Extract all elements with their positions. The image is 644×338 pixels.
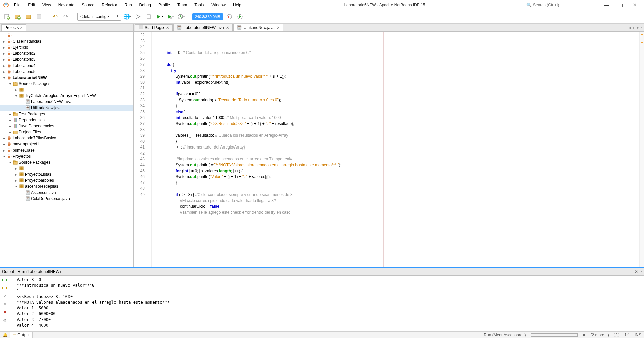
twisty-icon[interactable]: ▸ <box>8 118 12 122</box>
tree-item[interactable]: ☕UtilitarioNew.java <box>0 105 133 111</box>
close-button[interactable]: ✕ <box>631 2 639 8</box>
tree-item[interactable]: ☕ColaDePersonas.java <box>0 196 133 202</box>
editor-tab[interactable]: ☕Laboratorio6NEW.java✕ <box>173 24 233 31</box>
twisty-icon[interactable]: ▸ <box>8 124 12 128</box>
menu-profile[interactable]: Profile <box>155 1 173 9</box>
editor-tab[interactable]: Start Page✕ <box>135 24 173 31</box>
menu-team[interactable]: Team <box>174 1 190 9</box>
undo-button[interactable]: ↶ <box>51 12 59 21</box>
tree-item[interactable]: ▸Proyectoarboles <box>0 177 133 183</box>
close-icon[interactable]: ✕ <box>20 26 23 30</box>
twisty-icon[interactable]: ▾ <box>14 94 18 98</box>
tree-item[interactable]: ▸Dependencies <box>0 117 133 123</box>
tree-item[interactable]: ▾Source Packages <box>0 159 133 165</box>
save-all-button[interactable] <box>35 12 44 21</box>
open-project-button[interactable] <box>24 12 33 21</box>
tree-item[interactable]: ☕Ascensor.java <box>0 189 133 196</box>
tree-item[interactable]: ▸Laboratorio7PilasBasico <box>0 135 133 141</box>
tree-item[interactable]: ▾Proyectos <box>0 153 133 159</box>
tree-item[interactable]: ▸Laboratorio3 <box>0 56 133 62</box>
menu-source[interactable]: Source <box>78 1 98 9</box>
tree-item[interactable]: ▸mavenproject1 <box>0 141 133 147</box>
menu-navigate[interactable]: Navigate <box>55 1 78 9</box>
notifications-icon[interactable]: 🔔 <box>3 333 8 337</box>
search-box[interactable]: 🔍 <box>524 2 598 8</box>
twisty-icon[interactable]: ▾ <box>8 161 12 164</box>
menu-refactor[interactable]: Refactor <box>98 1 120 9</box>
tab-max-icon[interactable]: ▫ <box>641 25 642 30</box>
search-input[interactable] <box>533 3 596 7</box>
tree-item[interactable]: ▸Project Files <box>0 129 133 135</box>
running-task[interactable]: Run (MenuAscensores) <box>484 333 526 337</box>
twisty-icon[interactable]: ▸ <box>2 40 6 43</box>
fold-gutter[interactable] <box>147 32 152 267</box>
wrap-button[interactable]: ⚙ <box>2 317 8 323</box>
stop-button[interactable]: ↗ <box>2 293 8 299</box>
rerun-button[interactable]: ⏵⏵ <box>2 277 8 283</box>
twisty-icon[interactable]: ▸ <box>2 52 6 55</box>
tab-next-icon[interactable]: ▸ <box>633 25 635 30</box>
tree-item[interactable]: ▸ClaseInstancias <box>0 38 133 44</box>
tree-item[interactable] <box>0 32 133 38</box>
twisty-icon[interactable]: ▸ <box>2 46 6 49</box>
menu-debug[interactable]: Debug <box>136 1 154 9</box>
menu-view[interactable]: View <box>39 1 54 9</box>
tree-item[interactable]: ▸primerClase <box>0 147 133 153</box>
twisty-icon[interactable]: ▸ <box>2 58 6 61</box>
build-button[interactable] <box>134 12 142 21</box>
stop2-button[interactable]: ■ <box>2 309 8 315</box>
tree-item[interactable]: ▾ascensoresdepilas <box>0 183 133 189</box>
resume-button[interactable] <box>236 12 244 21</box>
minimize-button[interactable]: — <box>602 2 610 8</box>
close-icon[interactable]: ✕ <box>277 26 280 30</box>
code-editor[interactable]: 2223242526272829303132333435363738394041… <box>134 32 644 267</box>
minimize-panel-icon[interactable]: — <box>124 25 132 30</box>
maximize-button[interactable]: ▢ <box>616 2 625 8</box>
tree-item[interactable]: ▸Ejercicio <box>0 44 133 50</box>
globe-button[interactable]: 🌐▾ <box>123 12 132 21</box>
twisty-icon[interactable]: ▸ <box>2 149 6 152</box>
twisty-icon[interactable]: ▸ <box>14 88 18 92</box>
code-content[interactable]: int i = 0; // Contador del arreglo inici… <box>152 32 639 267</box>
tree-item[interactable]: ▸Laboratorio2 <box>0 50 133 56</box>
project-tree[interactable]: ▸ClaseInstancias▸Ejercicio▸Laboratorio2▸… <box>0 32 133 267</box>
twisty-icon[interactable]: ▾ <box>2 155 6 158</box>
tree-item[interactable]: ▸Laboratorio5 <box>0 69 133 75</box>
projects-tab[interactable]: Projects ✕ <box>1 24 26 31</box>
tree-item[interactable]: ▾Laboratorio6NEW <box>0 75 133 81</box>
tree-item[interactable]: ▾Source Packages <box>0 81 133 87</box>
tree-item[interactable]: ▸ <box>0 165 133 171</box>
debug-button[interactable]: ▾ <box>166 12 175 21</box>
rerun-all-button[interactable]: ⏵⏵ <box>2 285 8 291</box>
tree-item[interactable]: ▸Java Dependencies <box>0 123 133 129</box>
twisty-icon[interactable]: ▸ <box>14 173 18 176</box>
tree-item[interactable]: ▸Test Packages <box>0 111 133 117</box>
twisty-icon[interactable]: ▸ <box>2 70 6 74</box>
memory-indicator[interactable]: 240.3/380.0MB <box>192 13 223 20</box>
twisty-icon[interactable]: ▾ <box>14 185 18 188</box>
twisty-icon[interactable]: ▸ <box>2 64 6 68</box>
output-text[interactable]: Valor 8: 0 ***Introduzca un nuevo valor*… <box>13 276 644 331</box>
tree-item[interactable]: ▸Laboratorio4 <box>0 62 133 69</box>
twisty-icon[interactable]: ▸ <box>14 167 18 170</box>
redo-button[interactable]: ↷ <box>61 12 70 21</box>
twisty-icon[interactable]: ▸ <box>2 136 6 140</box>
run-button[interactable]: ▾ <box>155 12 164 21</box>
tree-item[interactable]: ▾TryCatch_Arreglos_ArrayinEnglishNEW <box>0 93 133 99</box>
editor-tab[interactable]: ☕UtilitarioNew.java✕ <box>233 24 283 31</box>
error-stripe[interactable] <box>639 32 644 267</box>
menu-window[interactable]: Window <box>208 1 229 9</box>
more-tasks[interactable]: (2 more...) <box>590 333 609 337</box>
config-select-wrap[interactable]: <default config> <box>77 13 121 21</box>
close-icon[interactable]: ✕ <box>226 26 229 30</box>
notif-count[interactable]: 2 <box>614 333 620 337</box>
tab-list-icon[interactable]: ▾ <box>637 25 639 30</box>
close-icon[interactable]: ✕ <box>166 26 169 30</box>
cancel-task-icon[interactable]: ✕ <box>582 333 586 337</box>
menu-edit[interactable]: Edit <box>25 1 38 9</box>
new-file-button[interactable]: + <box>3 12 11 21</box>
new-project-button[interactable]: + <box>13 12 22 21</box>
twisty-icon[interactable]: ▾ <box>2 76 6 80</box>
profile-button[interactable]: ▾ <box>177 12 185 21</box>
twisty-icon[interactable]: ▸ <box>14 179 18 182</box>
